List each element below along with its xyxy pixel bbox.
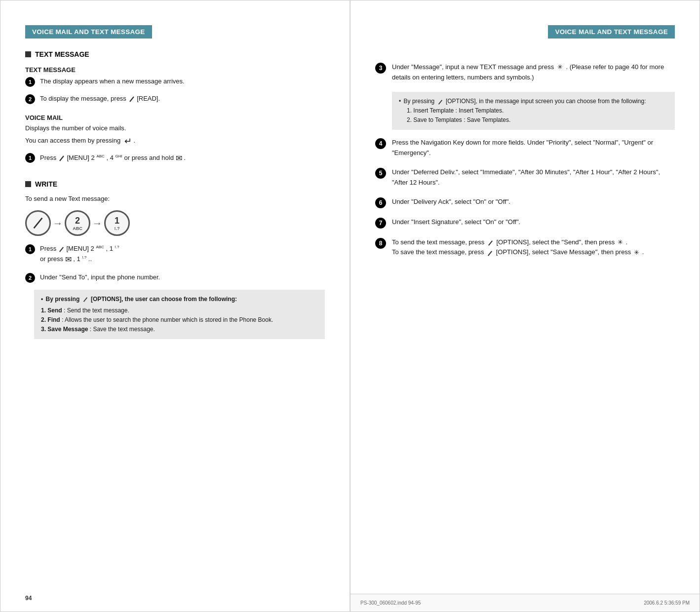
text-message-title: TEXT MESSAGE: [35, 50, 89, 58]
right-step4-circle: 4: [375, 138, 386, 149]
note3-title-b: [OPTIONS], in the message input screen y…: [446, 98, 646, 105]
vm-press: Press: [40, 154, 58, 161]
note2-title-b: [OPTIONS], the user can choose from the …: [91, 296, 237, 303]
note2-item1: 1. Send : Send the text message.: [41, 306, 318, 315]
snowflake-8b: ✳: [634, 248, 639, 258]
note2-item1-label: 1. Send: [41, 307, 62, 314]
left-header-title: VOICE MAIL AND TEXT MESSAGE: [25, 25, 152, 38]
right-step-7: 7 Under "Insert Signature", select "On" …: [375, 217, 675, 229]
envelope-icon: ✉: [176, 154, 182, 162]
button-1: 1 !.?: [104, 210, 130, 236]
right-step-5: 5 Under "Deferred Deliv.", select "Immed…: [375, 167, 675, 188]
vm-or: or press and hold: [124, 154, 175, 161]
vm-menu: [MENU] 2: [67, 154, 94, 161]
arrow-2: →: [92, 218, 102, 229]
slash-icon-ws1: [58, 246, 65, 252]
vm-sup1: ABC: [96, 154, 104, 158]
step-1: 1 The display appears when a new message…: [25, 76, 325, 87]
svg-line-3: [60, 247, 63, 252]
ws1-dots: ..: [88, 255, 92, 263]
note3-item1-text: : Insert Templates.: [456, 107, 504, 114]
right-step6-circle: 6: [375, 197, 386, 208]
vm-sup2: GHI: [116, 154, 122, 158]
btn1-num: 1: [115, 216, 120, 226]
right-step-8: 8 To send the text message, press [OPTIO…: [375, 237, 675, 258]
ws1-menu: [MENU] 2: [66, 245, 94, 252]
note3-item2: 2. Save to Templates : Save Templates.: [407, 115, 668, 125]
snowflake-3: ✳: [557, 62, 563, 73]
right-step8-text: To send the text message, press [OPTIONS…: [392, 237, 675, 258]
step-2-circle: 2: [25, 94, 35, 104]
slash-icon-s8a: [487, 239, 494, 246]
ws1-or: or press: [40, 255, 65, 263]
svg-line-5: [438, 100, 442, 104]
snowflake-8a: ✳: [618, 237, 623, 248]
footer-bar: PS-300_060602.indd 94-95 2006.6.2 5:36:5…: [350, 594, 700, 612]
envelope-icon-ws1: ✉: [65, 255, 72, 264]
button-2: 2 ABC: [65, 210, 90, 236]
arrow-1: →: [53, 218, 63, 229]
btn2-letters: ABC: [73, 226, 82, 231]
voice-mail-step1-text: Press [MENU] 2 ABC , 4 GHI or press and …: [40, 153, 325, 164]
slash-icon-s8b: [487, 250, 493, 256]
ws1-comma2: , 1: [73, 255, 80, 263]
vm-comma1: , 4: [107, 154, 114, 161]
right-step-4: 4 Press the Navigation Key down for more…: [375, 138, 675, 158]
right-step5-circle: 5: [375, 168, 386, 179]
left-page-number: 94: [25, 595, 32, 602]
right-header-title: VOICE MAIL AND TEXT MESSAGE: [548, 25, 675, 38]
slash-button: [25, 210, 51, 236]
svg-line-7: [488, 251, 492, 255]
corner-arrow-icon: ↵: [124, 136, 132, 146]
write-step2-text: Under "Send To", input the phone number.: [40, 272, 325, 282]
footer-right-text: 2006.6.2 5:36:59 PM: [644, 600, 690, 606]
voice-mail-desc2-line: You can access them by pressing ↵ .: [25, 136, 325, 147]
left-header-bar: VOICE MAIL AND TEXT MESSAGE: [25, 25, 325, 50]
left-page: VOICE MAIL AND TEXT MESSAGE TEXT MESSAGE…: [0, 0, 350, 612]
write-subsection-title: WRITE: [25, 180, 325, 188]
right-step5-text: Under "Deferred Deliv.", select "Immedia…: [392, 167, 675, 188]
note3-item2-label: 2. Save to Templates: [407, 116, 462, 123]
svg-line-4: [83, 298, 87, 302]
note2-item2-text: : Allows the user to search the phone nu…: [62, 316, 273, 323]
note2-title: • By pressing [OPTIONS], the user can ch…: [41, 295, 318, 304]
note2-item2-label: 2. Find: [41, 316, 60, 323]
right-step7-text: Under "Insert Signature", select "On" or…: [392, 217, 675, 228]
note2-title-a: By pressing: [46, 296, 80, 303]
svg-line-6: [489, 240, 492, 245]
note3-item1: 1. Insert Template : Insert Templates.: [407, 106, 668, 115]
footer-left-text: PS-300_060602.indd 94-95: [360, 600, 421, 606]
write-desc: To send a new Text message:: [25, 195, 325, 202]
right-step8-circle: 8: [375, 238, 386, 249]
write-step2-circle: 2: [25, 273, 35, 283]
ws1-sup1: ABC: [96, 245, 104, 249]
note2-item1-text: : Send the text message.: [64, 307, 129, 314]
note2-item3-text: : Save the text message.: [90, 326, 155, 333]
note3-title-a: By pressing: [404, 98, 435, 105]
note-box-3: • By pressing [OPTIONS], in the message …: [392, 92, 675, 130]
note2-item2: 2. Find : Allows the user to search the …: [41, 315, 318, 325]
voice-mail-label: VOICE MAIL: [25, 114, 325, 121]
note-box-2: • By pressing [OPTIONS], the user can ch…: [34, 290, 325, 340]
note3-item2-text: : Save Templates.: [464, 116, 510, 123]
ws1-press: Press: [40, 245, 58, 252]
step-2: 2 To display the message, press [READ].: [25, 94, 325, 104]
right-page: VOICE MAIL AND TEXT MESSAGE 3 Under "Mes…: [350, 0, 700, 612]
note3-item1-label: 1. Insert Template: [407, 107, 454, 114]
svg-line-1: [60, 156, 64, 161]
svg-line-0: [130, 97, 134, 102]
ws1-sup3: !.?: [82, 255, 86, 260]
btn1-sub: !.?: [115, 226, 120, 231]
slash-icon-note3: [437, 99, 443, 105]
right-step-6: 6 Under "Delivery Ack", select "On" or "…: [375, 197, 675, 208]
right-header-container: VOICE MAIL AND TEXT MESSAGE: [375, 25, 675, 50]
right-step3-text: Under "Message", input a new TEXT messag…: [392, 62, 675, 83]
write-step1-circle: 1: [25, 244, 35, 254]
voice-mail-step1-circle: 1: [25, 153, 35, 163]
right-step3-circle: 3: [375, 63, 386, 74]
write-step2: 2 Under "Send To", input the phone numbe…: [25, 272, 325, 283]
voice-mail-desc1: Displays the number of voice mails.: [25, 124, 325, 132]
slash-icon-note2: [82, 296, 88, 302]
voice-mail-step1: 1 Press [MENU] 2 ABC , 4 GHI or press an…: [25, 153, 325, 164]
btn2-num: 2: [73, 216, 82, 226]
